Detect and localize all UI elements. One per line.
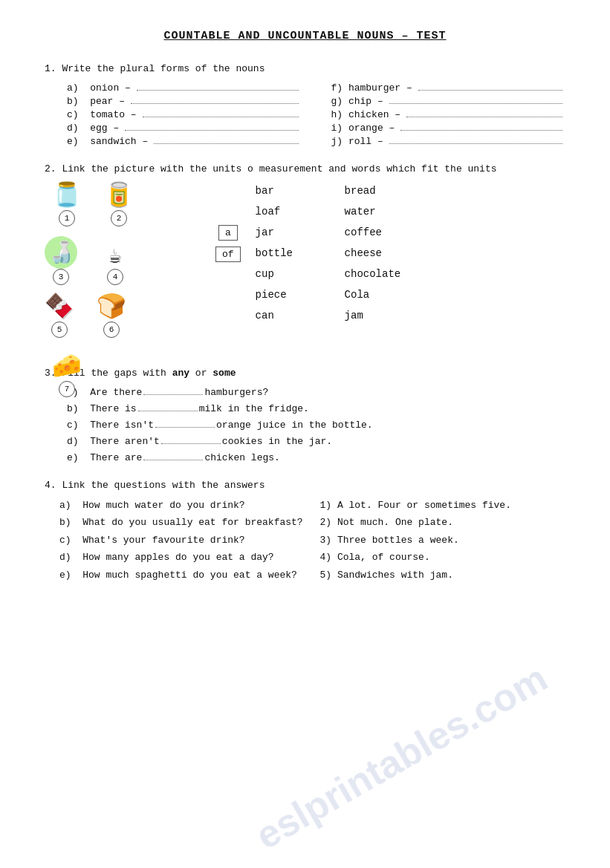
food-image-3: 🍶 <box>48 240 74 265</box>
list-item: c) What's your favourite drink? <box>59 532 305 549</box>
list-item: e) There are chicken legs. <box>67 450 565 463</box>
answers-col: 1) A lot. Four or sometimes five. 2) Not… <box>320 497 566 584</box>
list-item: f) hamburger – <box>331 80 566 94</box>
section1: 1. Write the plural forms of the nouns a… <box>45 63 565 147</box>
unit-bottle: bottle <box>256 243 330 264</box>
section1-label: 1. Write the plural forms of the nouns <box>45 63 565 74</box>
list-item: 3) Three bottles a week. <box>320 532 566 549</box>
list-item: 2) Not much. One plate. <box>320 514 566 531</box>
section1-items: a) onion – b) pear – c) tomato – d) egg … <box>67 80 565 147</box>
some-label: some <box>212 368 236 379</box>
food-image-4: ☕ <box>109 244 122 269</box>
list-item: h) chicken – <box>331 107 566 120</box>
circle-2: 2 <box>111 210 127 226</box>
circle-1: 1 <box>59 210 75 226</box>
word-bread: bread <box>345 180 434 201</box>
box-of: of <box>215 247 241 262</box>
food-image-5: 🍫 <box>45 292 74 322</box>
food-image-1: 🫙 <box>52 180 82 210</box>
list-item: d) There aren't cookies in the jar. <box>67 434 565 447</box>
word-water: water <box>345 201 434 222</box>
list-item: c) There isn't orange juice in the bottl… <box>67 417 565 431</box>
word-cheese: cheese <box>345 243 434 264</box>
word-cola: Cola <box>345 284 434 305</box>
list-item: i) orange – <box>331 120 566 134</box>
section2: 2. Link the picture with the units o mea… <box>45 163 565 351</box>
word-jam: jam <box>345 305 434 326</box>
list-item: a) onion – <box>67 80 302 94</box>
unit-jar: jar <box>256 222 330 243</box>
unit-loaf: loaf <box>256 201 330 222</box>
circle-3: 3 <box>53 269 69 285</box>
list-item: 4) Cola, of course. <box>320 549 566 566</box>
list-item: c) tomato – <box>67 107 302 120</box>
words-column: bread water coffee cheese chocolate Cola… <box>345 180 434 326</box>
list-item: a) How much water do you drink? <box>59 497 305 514</box>
food-image-2: 🥫 <box>104 180 134 210</box>
section1-left: a) onion – b) pear – c) tomato – d) egg … <box>67 80 302 147</box>
list-item: b) What do you usually eat for breakfast… <box>59 514 305 531</box>
list-item: d) How many apples do you eat a day? <box>59 549 305 566</box>
word-coffee: coffee <box>345 222 434 243</box>
section4: 4. Link the questions with the answers a… <box>45 480 565 584</box>
list-item: b) There is milk in the fridge. <box>67 401 565 414</box>
circle-6: 6 <box>103 322 120 338</box>
circle-7: 7 <box>59 381 75 397</box>
watermark: eslprintables.com <box>247 655 554 858</box>
section1-right: f) hamburger – g) chip – h) chicken – i)… <box>331 80 566 147</box>
food-image-6: 🍞 <box>97 292 126 322</box>
section2-label: 2. Link the picture with the units o mea… <box>45 163 565 174</box>
unit-bar: bar <box>256 180 330 201</box>
list-item: 5) Sandwiches with jam. <box>320 567 566 584</box>
page-title: COUNTABLE AND UNCOUNTABLE NOUNS – TEST <box>45 30 565 42</box>
food-image-7: 🧀 <box>52 351 82 381</box>
list-item: e) sandwich – <box>67 134 302 147</box>
word-chocolate: chocolate <box>345 264 434 284</box>
section3-label: 3. Fill the gaps with any or some <box>45 368 565 379</box>
box-a: a <box>218 225 238 241</box>
units-column: bar loaf jar bottle cup piece can <box>256 180 330 326</box>
section4-grid: a) How much water do you drink? b) What … <box>59 497 565 584</box>
list-item: b) pear – <box>67 94 302 107</box>
section3-items: a) Are there hamburgers? b) There is mil… <box>67 385 565 463</box>
section2-layout: 🫙 1 🥫 2 🍶 3 <box>45 180 565 351</box>
center-box: a of <box>215 180 241 268</box>
circle-4: 4 <box>107 269 123 285</box>
list-item: a) Are there hamburgers? <box>67 385 565 398</box>
list-item: 1) A lot. Four or sometimes five. <box>320 497 566 514</box>
unit-cup: cup <box>256 264 330 284</box>
unit-piece: piece <box>256 284 330 305</box>
section3: 3. Fill the gaps with any or some a) Are… <box>45 368 565 463</box>
pictures-box: 🫙 1 🥫 2 🍶 3 <box>45 180 201 351</box>
list-item: j) roll – <box>331 134 566 147</box>
list-item: d) egg – <box>67 120 302 134</box>
list-item: g) chip – <box>331 94 566 107</box>
list-item: e) How much spaghetti do you eat a week? <box>59 567 305 584</box>
any-label: any <box>172 368 189 379</box>
questions-col: a) How much water do you drink? b) What … <box>59 497 305 584</box>
unit-can: can <box>256 305 330 326</box>
section4-label: 4. Link the questions with the answers <box>45 480 565 491</box>
circle-5: 5 <box>51 322 68 338</box>
pictures-inner: 🫙 1 🥫 2 🍶 3 <box>45 180 201 351</box>
